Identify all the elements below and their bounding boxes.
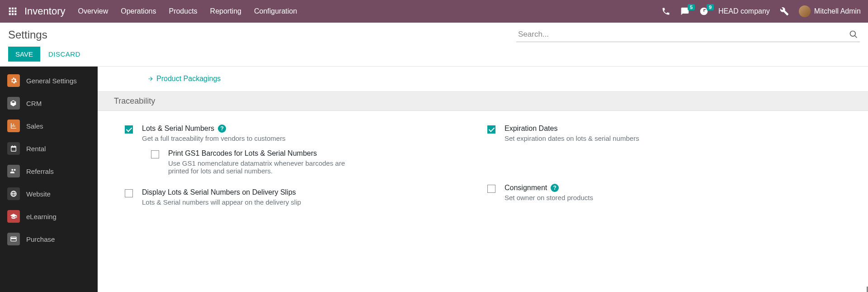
svg-rect-3: [9, 10, 11, 12]
settings-sidebar: General Settings CRM Sales Rental Referr…: [0, 67, 98, 292]
user-menu[interactable]: Mitchell Admin: [799, 5, 861, 17]
sidebar-item-elearning[interactable]: eLearning: [0, 205, 98, 228]
sidebar-item-label: General Settings: [26, 77, 77, 85]
main-menu: Overview Operations Products Reporting C…: [78, 7, 297, 15]
svg-rect-5: [14, 10, 16, 12]
svg-rect-8: [14, 13, 16, 15]
sidebar-item-purchase[interactable]: Purchase: [0, 228, 98, 250]
calendar-icon: [7, 142, 20, 155]
settings-content: Product Packagings Traceability Lots & S…: [98, 67, 868, 292]
menu-overview[interactable]: Overview: [78, 7, 108, 15]
setting-title: Consignment: [505, 184, 547, 192]
help-icon[interactable]: ?: [218, 124, 226, 133]
svg-line-11: [855, 36, 857, 38]
setting-display-lots: Display Lots & Serial Numbers on Deliver…: [125, 188, 487, 206]
svg-rect-6: [9, 13, 11, 15]
checkbox-lots[interactable]: [125, 125, 133, 134]
menu-reporting[interactable]: Reporting: [210, 7, 241, 15]
setting-title: Display Lots & Serial Numbers on Deliver…: [142, 188, 296, 196]
link-label: Product Packagings: [156, 75, 221, 83]
page-title: Settings: [8, 29, 47, 41]
gear-icon: [7, 74, 20, 87]
sidebar-item-label: Website: [26, 190, 51, 198]
sidebar-item-website[interactable]: Website: [0, 182, 98, 205]
svg-rect-4: [12, 10, 14, 12]
help-icon[interactable]: ?: [551, 184, 559, 192]
menu-products[interactable]: Products: [169, 7, 197, 15]
setting-lots: Lots & Serial Numbers ? Get a full trace…: [125, 124, 487, 175]
svg-rect-7: [12, 13, 14, 15]
messages-icon[interactable]: 5: [680, 7, 689, 16]
svg-point-10: [850, 31, 856, 37]
section-traceability: Traceability: [98, 91, 868, 111]
setting-title: Lots & Serial Numbers: [142, 124, 214, 133]
save-button[interactable]: SAVE: [8, 47, 40, 62]
sidebar-item-label: Purchase: [26, 235, 55, 243]
company-selector[interactable]: HEAD company: [718, 7, 770, 15]
globe-icon: [7, 187, 20, 200]
checkbox-expiration[interactable]: [487, 125, 495, 134]
sidebar-item-sales[interactable]: Sales: [0, 115, 98, 137]
checkbox-display-lots[interactable]: [125, 189, 133, 197]
voip-icon[interactable]: [661, 7, 670, 16]
setting-desc: Get a full traceability from vendors to …: [142, 134, 487, 142]
people-icon: [7, 165, 20, 177]
setting-consignment: Consignment ? Set owner on stored produc…: [487, 184, 850, 201]
sidebar-item-label: CRM: [26, 100, 42, 107]
graduation-icon: [7, 210, 20, 223]
sidebar-item-general[interactable]: General Settings: [0, 69, 98, 92]
setting-desc: Use GS1 nomenclature datamatrix whenever…: [168, 159, 367, 175]
sidebar-item-referrals[interactable]: Referrals: [0, 160, 98, 182]
svg-rect-0: [9, 8, 11, 10]
setting-desc: Set expiration dates on lots & serial nu…: [505, 134, 850, 142]
setting-expiration: Expiration Dates Set expiration dates on…: [487, 124, 850, 142]
sidebar-item-rental[interactable]: Rental: [0, 137, 98, 160]
search-input[interactable]: [516, 27, 860, 42]
sidebar-item-label: Referrals: [26, 168, 54, 175]
handshake-icon: [7, 97, 20, 110]
avatar: [799, 5, 811, 17]
apps-icon[interactable]: [7, 6, 18, 17]
sub-setting-gs1: Print GS1 Barcodes for Lots & Serial Num…: [151, 149, 487, 175]
checkbox-gs1[interactable]: [151, 150, 159, 158]
activities-icon[interactable]: 9: [699, 7, 708, 16]
messages-badge: 5: [688, 4, 695, 10]
activities-badge: 9: [707, 4, 714, 10]
menu-operations[interactable]: Operations: [121, 7, 156, 15]
setting-desc: Lots & Serial numbers will appear on the…: [142, 198, 487, 206]
setting-title: Expiration Dates: [505, 124, 557, 133]
top-navbar: Inventory Overview Operations Products R…: [0, 0, 868, 23]
debug-icon[interactable]: [780, 7, 789, 16]
app-brand[interactable]: Inventory: [24, 5, 66, 17]
sidebar-item-label: eLearning: [26, 213, 57, 220]
sidebar-item-crm[interactable]: CRM: [0, 92, 98, 115]
credit-card-icon: [7, 233, 20, 245]
setting-title: Print GS1 Barcodes for Lots & Serial Num…: [168, 149, 317, 158]
discard-button[interactable]: DISCARD: [48, 50, 80, 58]
chart-icon: [7, 120, 20, 132]
control-panel: Settings SAVE DISCARD: [0, 23, 868, 67]
sidebar-item-label: Sales: [26, 122, 43, 130]
svg-rect-2: [14, 8, 16, 10]
menu-configuration[interactable]: Configuration: [254, 7, 297, 15]
sidebar-item-label: Rental: [26, 145, 46, 153]
setting-desc: Set owner on stored products: [505, 194, 850, 201]
product-packagings-link[interactable]: Product Packagings: [147, 75, 221, 83]
search-icon[interactable]: [849, 30, 858, 40]
checkbox-consignment[interactable]: [487, 185, 495, 193]
user-name: Mitchell Admin: [814, 7, 861, 15]
svg-rect-1: [12, 8, 14, 10]
